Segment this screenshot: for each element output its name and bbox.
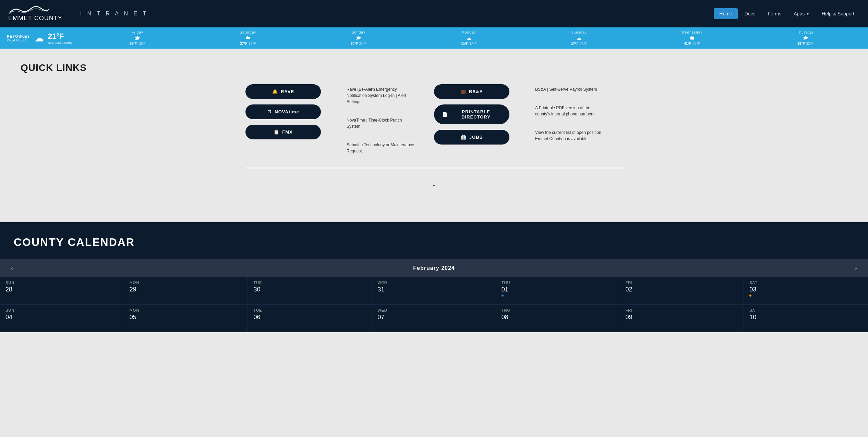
quick-links-buttons-right: 💼BS&A📄PRINTABLE DIRECTORY👔JOBS <box>434 84 528 145</box>
ql-desc-right-2: View the current list of open position E… <box>535 129 604 142</box>
forecast-temps: 41°F 32°F <box>684 42 700 46</box>
day-dot <box>749 295 751 297</box>
calendar-day-28[interactable]: SUN 28 <box>0 277 124 304</box>
day-name: MON <box>130 280 242 285</box>
intranet-title: I N T R A N E T <box>80 11 148 17</box>
forecast-high: 39°F <box>797 42 805 46</box>
day-number: 08 <box>502 314 614 321</box>
ql-button-right-0[interactable]: 💼BS&A <box>434 84 509 99</box>
day-number: 02 <box>626 286 738 293</box>
day-name: SAT <box>749 308 863 312</box>
day-number: 29 <box>130 286 242 293</box>
navbar: EMMET COUNTY I N T R A N E T Home Docs F… <box>0 0 868 27</box>
calendar-month-year: February 2024 <box>413 265 455 271</box>
calendar-day-30[interactable]: TUE 30 <box>248 277 372 304</box>
forecast-weather-icon: ☁ <box>576 35 582 41</box>
nav-docs[interactable]: Docs <box>739 8 761 19</box>
weather-label: WEATHER <box>7 38 30 42</box>
forecast-weather-icon: 🌧 <box>689 35 695 41</box>
forecast-day-0: Friday 🌧 25°F 18°F <box>130 30 145 46</box>
logo-text: EMMET COUNTY <box>8 15 62 22</box>
calendar-section: COUNTY CALENDAR ‹ February 2024 › SUN 28… <box>0 222 868 332</box>
ql-button-right-1[interactable]: 📄PRINTABLE DIRECTORY <box>434 104 509 124</box>
calendar-row-1: SUN 28 MON 29 TUE 30 WED 31 THU 01 FRI 0… <box>0 277 868 304</box>
calendar-next-arrow[interactable]: › <box>852 263 860 273</box>
ql-desc-right-0: BS&A | Self-Serve Payroll System <box>535 86 604 92</box>
calendar-row-2: SUN 04 MON 05 TUE 06 WED 07 THU 08 FRI 0… <box>0 304 868 332</box>
calendar-day-07[interactable]: WED 07 <box>372 305 496 332</box>
ql-button-right-2[interactable]: 👔JOBS <box>434 130 509 145</box>
ql-label: BS&A <box>469 89 483 94</box>
calendar-day-06[interactable]: TUE 06 <box>248 305 372 332</box>
forecast-high: 37°F <box>571 42 578 46</box>
day-number: 03 <box>749 286 863 293</box>
day-name: THU <box>502 280 614 285</box>
scroll-down-arrow[interactable]: ↓ <box>432 178 436 188</box>
forecast-day-name: Tuesday <box>571 30 587 34</box>
nav-home[interactable]: Home <box>714 8 737 19</box>
calendar-prev-arrow[interactable]: ‹ <box>8 263 16 273</box>
ql-label: NOVAtime <box>275 109 299 114</box>
ql-desc-right-1: A Printable PDF version of the county's … <box>535 105 604 117</box>
navbar-right: Home Docs Forms Apps ▼ Help & Support <box>714 8 860 19</box>
day-name: TUE <box>253 280 366 285</box>
ql-label: JOBS <box>469 135 483 140</box>
nav-help[interactable]: Help & Support <box>816 8 860 19</box>
forecast-day-name: Monday <box>462 30 476 34</box>
ql-icon: 🔔 <box>272 89 278 94</box>
calendar-day-08[interactable]: THU 08 <box>496 305 620 332</box>
weather-city: PETOSKEY <box>7 34 30 38</box>
ql-button-left-1[interactable]: ⏱NOVAtime <box>245 104 321 119</box>
nav-apps-label: Apps <box>794 11 805 16</box>
forecast-low: 32°F <box>806 42 813 46</box>
ql-button-left-0[interactable]: 🔔RAVE <box>245 84 321 99</box>
calendar-day-05[interactable]: MON 05 <box>124 305 248 332</box>
forecast-high: 30°F <box>461 42 468 46</box>
calendar-day-10[interactable]: SAT 10 <box>744 305 868 332</box>
calendar-day-03[interactable]: SAT 03 <box>744 277 868 304</box>
day-number: 01 <box>502 286 614 293</box>
calendar-day-09[interactable]: FRI 09 <box>620 305 744 332</box>
forecast-day-1: Saturday 🌧 27°F 16°F <box>240 30 256 46</box>
forecast-day-2: Sunday 🌧 30°F 21°F <box>351 30 366 46</box>
logo-light: COUNTY <box>32 15 62 22</box>
ql-button-left-2[interactable]: 📋FMX <box>245 125 321 139</box>
weather-temp: 21°F <box>48 32 72 41</box>
forecast-temps: 37°F 23°F <box>571 42 587 46</box>
nav-apps[interactable]: Apps ▼ <box>788 8 815 19</box>
ql-icon: 📄 <box>442 112 448 117</box>
weather-current-icon: ☁ <box>34 33 44 44</box>
ql-icon: 💼 <box>460 89 466 94</box>
quick-links-desc-left: Rave (Be-Alert) Emergency Notification S… <box>340 84 434 154</box>
forecast-day-name: Sunday <box>352 30 365 34</box>
navbar-left: EMMET COUNTY I N T R A N E T <box>8 5 148 22</box>
forecast-low: 21°F <box>359 42 366 46</box>
forecast-weather-icon: 🌧 <box>356 35 361 41</box>
forecast-temps: 25°F 18°F <box>130 42 145 46</box>
forecast-weather-icon: 🌧 <box>135 35 140 41</box>
calendar-day-01[interactable]: THU 01 <box>496 277 620 304</box>
forecast-weather-icon: 🌧 <box>803 35 808 41</box>
day-name: MON <box>130 308 242 312</box>
calendar-day-02[interactable]: FRI 02 <box>620 277 744 304</box>
day-name: THU <box>502 308 614 312</box>
forecast-low: 16°F <box>249 42 256 46</box>
quick-links-desc-right: BS&A | Self-Serve Payroll SystemA Printa… <box>528 84 623 142</box>
quick-links-grid: 🔔RAVE⏱NOVAtime📋FMX Rave (Be-Alert) Emerg… <box>245 84 623 154</box>
day-name: FRI <box>626 308 738 312</box>
forecast-temps: 27°F 16°F <box>240 42 256 46</box>
forecast-day-5: Wednesday 🌧 41°F 32°F <box>682 30 703 46</box>
ql-icon: ⏱ <box>267 109 272 114</box>
logo-wave-icon <box>8 5 49 15</box>
day-dot <box>502 295 504 297</box>
logo-bold: EMMET <box>8 15 32 22</box>
calendar-day-31[interactable]: WED 31 <box>372 277 496 304</box>
day-name: WED <box>377 308 490 312</box>
calendar-day-29[interactable]: MON 29 <box>124 277 248 304</box>
ql-label: RAVE <box>281 89 294 94</box>
ql-icon: 👔 <box>461 135 467 140</box>
calendar-day-04[interactable]: SUN 04 <box>0 305 124 332</box>
nav-forms[interactable]: Forms <box>762 8 787 19</box>
weather-location: PETOSKEY WEATHER <box>7 34 30 42</box>
day-number: 09 <box>626 314 738 321</box>
